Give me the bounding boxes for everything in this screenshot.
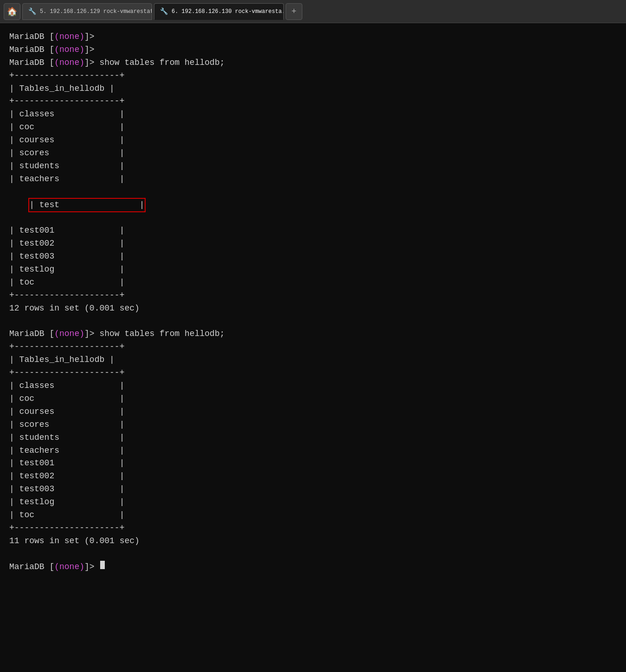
table1-row-test001: | test001 |	[9, 224, 617, 237]
mariadb-keyword-2: MariaDB [	[9, 44, 54, 57]
new-tab-icon: +	[292, 7, 297, 16]
cursor	[100, 561, 105, 569]
table1-header: | Tables_in_hellodb |	[9, 82, 617, 95]
table2-row-scores: | scores |	[9, 418, 617, 431]
prompt-line-4: MariaDB [(none)]> show tables from hello…	[9, 328, 617, 341]
result2: 11 rows in set (0.001 sec)	[9, 535, 617, 548]
table2-top-sep: +---------------------+	[9, 341, 617, 354]
prompt-command-1: show tables from hellodb;	[99, 57, 224, 70]
table1-row-testlog: | testlog |	[9, 263, 617, 276]
blank-line-2	[9, 548, 617, 561]
table2-row-test002: | test002 |	[9, 470, 617, 483]
prompt-close-final: ]>	[84, 561, 99, 574]
table1-row-test: | test |	[9, 186, 617, 225]
result1: 12 rows in set (0.001 sec)	[9, 302, 617, 315]
table2-row-classes: | classes |	[9, 380, 617, 393]
table2-row-toc: | toc |	[9, 509, 617, 522]
table2-row-test001: | test001 |	[9, 457, 617, 470]
tab-5-icon: 🔧	[28, 7, 36, 15]
table1-top-sep: +---------------------+	[9, 70, 617, 82]
blank-line-1	[9, 315, 617, 328]
table2-row-testlog: | testlog |	[9, 496, 617, 509]
mariadb-keyword-4: MariaDB [	[9, 328, 54, 341]
prompt-close-4: ]>	[84, 328, 99, 341]
mariadb-keyword-final: MariaDB [	[9, 561, 54, 574]
table1-header-sep: +---------------------+	[9, 95, 617, 108]
tab-5[interactable]: 🔧 5. 192.168.126.129 rock-vmwarestation	[22, 3, 152, 20]
browser-chrome: 🏠 🔧 5. 192.168.126.129 rock-vmwarestatio…	[0, 0, 626, 23]
prompt-line-3: MariaDB [(none)]> show tables from hello…	[9, 57, 617, 70]
table1-row-students: | students |	[9, 160, 617, 173]
table1-row-test003: | test003 |	[9, 250, 617, 263]
table1-row-classes: | classes |	[9, 108, 617, 121]
prompt-close-1: ]>	[84, 31, 95, 44]
mariadb-keyword-3: MariaDB [	[9, 57, 54, 70]
table2-row-coc: | coc |	[9, 393, 617, 406]
table2-row-teachers: | teachers |	[9, 444, 617, 457]
table1-row-teachers: | teachers |	[9, 173, 617, 186]
tab-6-icon: 🔧	[160, 7, 168, 15]
table2-row-test003: | test003 |	[9, 483, 617, 496]
mariadb-keyword-1: MariaDB [	[9, 31, 54, 44]
table1-row-coc: | coc |	[9, 121, 617, 134]
prompt-db-2: (none)	[54, 44, 84, 57]
home-button[interactable]: 🏠	[4, 3, 20, 20]
table2-row-courses: | courses |	[9, 406, 617, 418]
home-icon: 🏠	[7, 6, 17, 17]
prompt-db-1: (none)	[54, 31, 84, 44]
table2-header: | Tables_in_hellodb |	[9, 354, 617, 367]
prompt-close-3: ]>	[84, 57, 99, 70]
prompt-line-1: MariaDB [(none)]>	[9, 31, 617, 44]
terminal: MariaDB [(none)]> MariaDB [(none)]> Mari…	[0, 23, 626, 672]
prompt-db-final: (none)	[54, 561, 84, 574]
prompt-command-2: show tables from hellodb;	[99, 328, 224, 341]
table1-row-test002: | test002 |	[9, 237, 617, 250]
table1-row-courses: | courses |	[9, 134, 617, 147]
prompt-line-final: MariaDB [(none)]>	[9, 561, 617, 574]
prompt-close-2: ]>	[84, 44, 95, 57]
tab-6[interactable]: 🔧 6. 192.168.126.130 rock-vmwaresta... ✕	[154, 3, 284, 20]
tab-5-label: 5. 192.168.126.129 rock-vmwarestation	[40, 8, 152, 15]
table2-row-students: | students |	[9, 431, 617, 444]
prompt-db-4: (none)	[54, 328, 84, 341]
new-tab-button[interactable]: +	[286, 3, 302, 20]
prompt-db-3: (none)	[54, 57, 84, 70]
tab-6-label: 6. 192.168.126.130 rock-vmwaresta...	[172, 8, 284, 15]
table2-header-sep: +---------------------+	[9, 367, 617, 380]
prompt-line-2: MariaDB [(none)]>	[9, 44, 617, 57]
table1-row-scores: | scores |	[9, 147, 617, 160]
table2-bottom-sep: +---------------------+	[9, 522, 617, 535]
table1-bottom-sep: +---------------------+	[9, 289, 617, 302]
table1-row-toc: | toc |	[9, 276, 617, 289]
